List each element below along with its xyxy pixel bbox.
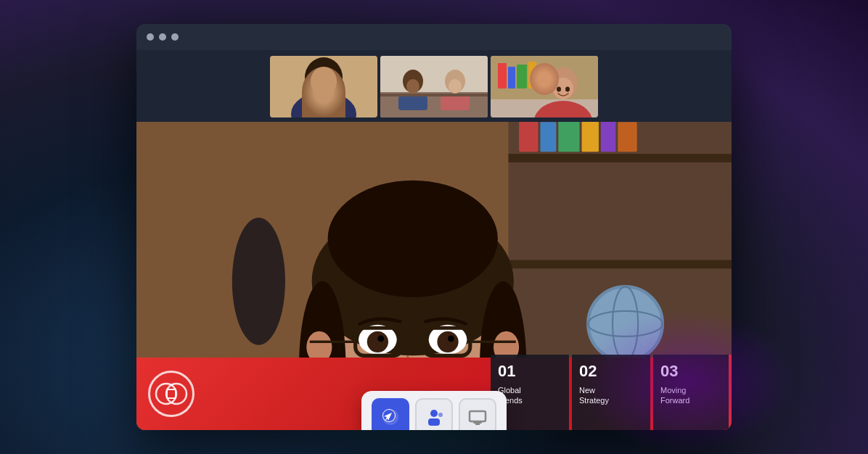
svg-point-60 (377, 336, 384, 342)
svg-rect-39 (618, 122, 636, 152)
svg-point-51 (328, 181, 498, 297)
svg-rect-18 (491, 56, 598, 99)
svg-rect-20 (508, 67, 515, 88)
svg-rect-21 (517, 65, 527, 88)
agenda-title-3: MovingForward (660, 385, 721, 406)
svg-rect-82 (470, 411, 486, 421)
logo (148, 371, 195, 417)
svg-rect-38 (601, 122, 616, 152)
close-button[interactable] (147, 33, 154, 41)
svg-rect-80 (428, 418, 440, 426)
main-video: 01 GlobalTrends 02 NewStrategy 03 Moving… (136, 122, 732, 430)
svg-rect-16 (380, 94, 488, 96)
agenda-card-3: 03 MovingForward (653, 355, 732, 430)
minimize-button[interactable] (159, 33, 166, 41)
svg-point-11 (406, 79, 419, 94)
svg-rect-83 (473, 421, 482, 424)
thumbnail-strip (136, 50, 732, 122)
agenda-card-2: 02 NewStrategy (572, 355, 650, 430)
svg-rect-35 (540, 122, 556, 152)
svg-point-79 (430, 410, 438, 417)
svg-point-4 (315, 76, 332, 96)
svg-rect-34 (519, 122, 538, 152)
layout-view-button[interactable] (415, 398, 453, 430)
app-window: 01 GlobalTrends 02 NewStrategy 03 Moving… (136, 24, 732, 430)
svg-rect-5 (315, 85, 322, 90)
thumbnail-1[interactable] (270, 56, 377, 117)
agenda-title-1: GlobalTrends (498, 385, 562, 406)
svg-rect-12 (398, 96, 427, 110)
svg-point-1 (305, 57, 343, 98)
svg-rect-6 (324, 85, 332, 90)
title-bar (136, 24, 732, 50)
svg-rect-36 (558, 122, 579, 152)
svg-rect-74 (167, 389, 176, 398)
svg-rect-32 (509, 260, 732, 269)
svg-rect-15 (441, 96, 470, 110)
thumbnail-3[interactable] (491, 56, 598, 117)
svg-point-40 (588, 286, 663, 361)
svg-point-81 (438, 413, 443, 417)
agenda-overlay: 01 GlobalTrends 02 NewStrategy 03 Moving… (491, 355, 732, 430)
svg-point-2 (309, 67, 338, 99)
svg-rect-84 (475, 424, 480, 425)
agenda-number-2: 02 (579, 363, 643, 379)
svg-point-14 (449, 79, 462, 94)
camera-toggle-button[interactable] (372, 398, 409, 430)
svg-point-61 (448, 336, 454, 342)
agenda-number-1: 01 (498, 363, 562, 379)
thumbnail-2[interactable] (380, 56, 488, 117)
svg-rect-22 (528, 62, 536, 88)
bottom-toolbar (361, 391, 507, 430)
agenda-number-3: 03 (660, 363, 721, 379)
svg-rect-31 (509, 154, 732, 162)
agenda-title-2: NewStrategy (579, 385, 643, 406)
main-content: 01 GlobalTrends 02 NewStrategy 03 Moving… (136, 50, 732, 430)
svg-rect-23 (538, 66, 544, 88)
maximize-button[interactable] (171, 33, 179, 41)
screen-share-button[interactable] (459, 398, 496, 430)
svg-point-58 (367, 331, 388, 352)
svg-rect-37 (582, 122, 599, 152)
svg-point-45 (232, 218, 285, 345)
svg-point-27 (557, 87, 561, 92)
svg-point-59 (437, 331, 458, 352)
svg-point-28 (565, 87, 570, 92)
svg-rect-19 (498, 63, 507, 88)
